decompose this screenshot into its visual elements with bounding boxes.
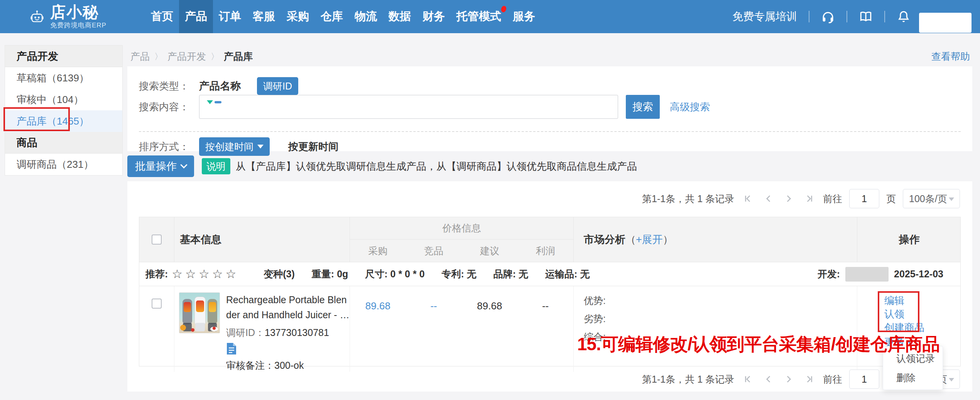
create-product-link[interactable]: 创建商品	[884, 321, 961, 334]
nav-item-home[interactable]: 首页	[145, 0, 179, 33]
sidebar-item-reviewing[interactable]: 审核中（104）	[5, 89, 122, 110]
page-number-input[interactable]	[849, 370, 879, 389]
delete-menu-item[interactable]: 删除	[883, 368, 943, 387]
page-size-value: 100条/页	[909, 192, 947, 205]
filter-list-icon[interactable]	[207, 100, 221, 113]
price-group-header: 价格信息	[350, 217, 573, 240]
nav-item-warehouse[interactable]: 仓库	[315, 0, 349, 33]
table-row: Rechargeable Portable Blender and Handhe…	[139, 286, 961, 366]
app-logo[interactable]: 店小秘 免费跨境电商ERP	[30, 4, 106, 30]
page-unit-label: 页	[886, 192, 896, 205]
app-title: 店小秘	[50, 4, 106, 20]
nav-item-data[interactable]: 数据	[383, 0, 417, 33]
note-text: 从【产品库】认领优先取调研信息生成产品，从【调研商品】认领优先取商品信息生成产品	[236, 160, 637, 173]
search-type-label: 搜索类型：	[139, 79, 197, 93]
pagination-first-button[interactable]	[743, 194, 754, 204]
claim-records-menu-item[interactable]: 认领记录	[883, 349, 943, 368]
bell-icon[interactable]	[897, 10, 911, 24]
paren: （	[625, 233, 636, 246]
transport-value: 运输品: 无	[545, 268, 590, 280]
pagination-next-button[interactable]	[784, 194, 794, 204]
audit-note-label: 审核备注：	[226, 360, 274, 371]
product-image[interactable]	[179, 292, 220, 333]
sort-label: 排序方式：	[139, 140, 197, 154]
app-subtitle: 免费跨境电商ERP	[50, 21, 106, 30]
profit-value: --	[517, 300, 573, 312]
nav-item-services[interactable]: 服务	[507, 0, 541, 33]
edit-link[interactable]: 编辑	[884, 294, 961, 307]
goto-label: 前往	[823, 373, 842, 386]
product-table: 基本信息 价格信息 采购 竞品 建议 利润 市场分析 （ +展开 ） 操作 推荐…	[139, 217, 961, 366]
claim-link[interactable]: 认领	[884, 307, 961, 321]
nav-item-logistics[interactable]: 物流	[349, 0, 383, 33]
search-type-product-name[interactable]: 产品名称	[199, 79, 241, 93]
pagination-prev-button[interactable]	[764, 194, 774, 204]
search-content-label: 搜索内容：	[139, 100, 197, 114]
toolbar: 批量操作 说明 从【产品库】认领优先取调研信息生成产品，从【调研商品】认领优先取…	[127, 155, 972, 177]
advanced-search-link[interactable]: 高级搜索	[670, 100, 710, 114]
breadcrumb-separator: 〉	[154, 51, 163, 62]
col-competitor-price: 竞品	[406, 240, 462, 262]
breadcrumb-separator: 〉	[211, 51, 219, 62]
headset-icon[interactable]	[821, 10, 835, 24]
nav-item-orders[interactable]: 订单	[213, 0, 247, 33]
nav-item-product[interactable]: 产品	[179, 0, 213, 33]
page-number-input[interactable]	[849, 189, 879, 208]
pagination-next-button[interactable]	[784, 374, 794, 384]
purchase-price-link[interactable]: 89.68	[350, 300, 406, 312]
breadcrumb-product[interactable]: 产品	[130, 50, 150, 63]
sort-by-update-time[interactable]: 按更新时间	[288, 140, 338, 154]
sidebar: 产品开发 草稿箱（6139） 审核中（104） 产品库（1465） 商品 调研商…	[5, 45, 123, 176]
row-checkbox[interactable]	[152, 299, 162, 309]
book-icon[interactable]	[859, 10, 873, 24]
breadcrumb-product-dev[interactable]: 产品开发	[167, 50, 206, 63]
sidebar-item-research-goods[interactable]: 调研商品（231）	[5, 154, 122, 175]
col-actions: 操作	[857, 217, 961, 262]
developer-label: 开发:	[818, 268, 840, 280]
redacted-user-area	[919, 13, 972, 33]
chevron-down-icon	[257, 145, 264, 149]
overall-label: 综合:	[584, 328, 857, 346]
search-input[interactable]	[199, 95, 618, 119]
pagination-last-button[interactable]	[804, 194, 814, 204]
develop-date: 2025-12-03	[894, 268, 943, 280]
more-dropdown-menu: 认领记录 删除	[883, 346, 943, 390]
chevron-down-icon	[949, 197, 954, 201]
search-button[interactable]: 搜索	[626, 95, 660, 119]
page-size-select[interactable]: 100条/页	[903, 189, 960, 208]
document-icon[interactable]	[226, 342, 237, 355]
sidebar-item-product-library[interactable]: 产品库（1465）	[5, 110, 122, 132]
top-nav: 店小秘 免费跨境电商ERP 首页 产品 订单 客服 采购 仓库 物流 数据 财务…	[0, 0, 980, 33]
col-market-analysis: 市场分析 （ +展开 ）	[573, 217, 857, 262]
nav-item-managed-mode[interactable]: 托管模式	[451, 0, 507, 33]
product-title: Rechargeable Portable Blender and Handhe…	[226, 292, 350, 322]
pagination-first-button[interactable]	[743, 374, 754, 384]
market-analysis-cell: 优势: 劣势: 综合:	[573, 286, 857, 372]
research-id-value: 137730130781	[265, 327, 329, 338]
pagination-last-button[interactable]	[804, 374, 814, 384]
view-help-link[interactable]: 查看帮助	[931, 50, 970, 63]
nav-item-customer-service[interactable]: 客服	[247, 0, 281, 33]
col-basic-info: 基本信息	[174, 217, 350, 262]
batch-actions-label: 批量操作	[135, 159, 177, 173]
chevron-down-icon	[907, 338, 914, 344]
batch-actions-button[interactable]: 批量操作	[127, 155, 194, 177]
sidebar-item-drafts[interactable]: 草稿箱（6139）	[5, 67, 122, 89]
col-profit: 利润	[517, 240, 573, 262]
pagination-prev-button[interactable]	[764, 374, 774, 384]
nav-item-finance[interactable]: 财务	[417, 0, 451, 33]
select-all-checkbox[interactable]	[152, 235, 162, 245]
nav-item-purchasing[interactable]: 采购	[281, 0, 315, 33]
free-training-link[interactable]: 免费专属培训	[732, 9, 797, 24]
competitor-price: --	[406, 300, 462, 312]
search-panel: 搜索类型： 产品名称 调研ID 搜索内容： 搜索 高级搜索 排序方式： 按创建时…	[127, 66, 972, 151]
search-type-research-id[interactable]: 调研ID	[257, 77, 298, 95]
col-suggest-price: 建议	[462, 240, 518, 262]
pagination-top: 第1-1条，共 1 条记录 前往 页 100条/页	[642, 189, 960, 208]
expand-link[interactable]: +展开	[636, 233, 663, 246]
sort-by-create-time-button[interactable]: 按创建时间	[199, 137, 270, 156]
star-rating: ☆☆☆☆☆	[172, 267, 239, 281]
size-value: 尺寸: 0 * 0 * 0	[365, 268, 424, 280]
audit-note-value: 300-ok	[274, 360, 304, 371]
weight-value: 重量: 0g	[312, 268, 348, 280]
